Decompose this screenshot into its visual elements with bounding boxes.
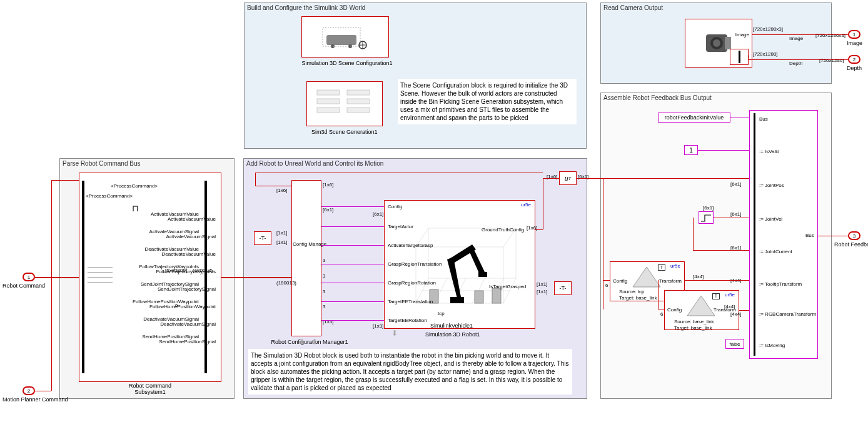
sim3d-scene-gen-block[interactable]	[306, 81, 383, 126]
subsystem-label: Robot Command Subsystem1	[106, 383, 194, 395]
panel-add-robot-title: Add Robot to Unreal World and Control it…	[246, 160, 383, 167]
tr1-transform: Transform	[659, 278, 682, 284]
cam-dim2-a: [720x1280]	[753, 51, 778, 57]
sim3d-robot-label: Simulation 3D Robot1	[425, 331, 480, 338]
inport-2-label: Motion Planner Command	[3, 396, 68, 403]
dim-6x1-zoh2: [6x1]	[730, 211, 741, 217]
tcp-label: tcp	[438, 311, 445, 316]
outport-3[interactable]: 3	[848, 231, 860, 240]
dim-1x6-b: [1x6]	[276, 188, 287, 193]
bus-out-label: Bus	[805, 233, 814, 238]
three-3: 3	[323, 289, 325, 294]
parse-dim2: (180013)	[193, 268, 213, 273]
svg-rect-11	[317, 99, 340, 104]
tr2-T: T	[712, 293, 720, 299]
busp-2: := JointPos	[759, 183, 784, 188]
port-istargetgrasped: IsTargetGrasped	[489, 284, 526, 289]
busp-1: := IsValid	[759, 149, 780, 154]
port-targeteetrans: TargetEETranslation	[388, 299, 433, 304]
port-targeteerot: TargetEERotation	[388, 318, 427, 323]
scene-config-label: Simulation 3D Scene Configuration1	[285, 60, 410, 66]
const-one[interactable]: 1	[684, 145, 698, 155]
cam-dim2-b: [720x1280]	[819, 58, 844, 63]
port-activategrasp: ActivateTargetGrasp	[388, 243, 433, 248]
svg-marker-29	[633, 267, 660, 287]
const-false[interactable]: false	[725, 339, 744, 349]
busp-5: := TooltipTransform	[759, 281, 802, 287]
goto-tag-T[interactable]: -T-	[254, 231, 271, 245]
cam-dim1-b: [720x1280x3]	[815, 33, 845, 38]
tr2-six: 6	[660, 311, 663, 317]
tr2-ur5e: ur5e	[725, 292, 735, 298]
tr1-six: 6	[605, 283, 608, 288]
busp-7: := IsMoving	[759, 343, 785, 348]
inport-1[interactable]: 1	[23, 273, 35, 281]
svg-rect-21	[478, 272, 487, 277]
svg-rect-28	[725, 37, 731, 49]
svg-point-27	[713, 39, 720, 47]
scene-config-block[interactable]	[301, 16, 389, 58]
tr2-config: Config	[667, 307, 682, 313]
svg-rect-13	[317, 108, 340, 113]
tr1-tgt: Target: base_link	[619, 295, 657, 301]
cam-depth-label: Depth	[789, 61, 802, 66]
diagram-icon	[88, 263, 113, 288]
tr1-src: Source: tcp	[619, 289, 644, 294]
tr1-config: Config	[613, 278, 627, 284]
vehicle-label: SimulinkVehicle1	[430, 323, 473, 329]
port-config: Config	[388, 204, 402, 209]
panel-build: Build and Configure the Simulink 3D Worl…	[244, 3, 587, 149]
dim-1x6-a: [1x6]	[323, 182, 333, 188]
bus-bar-internal	[754, 113, 755, 356]
bus-selector-cam[interactable]	[730, 49, 749, 65]
cam-img-label: Image	[789, 36, 803, 41]
init-value-const[interactable]: robotFeedbackInitValue	[658, 113, 730, 123]
dim-6x1-jp: [6x1]	[730, 181, 741, 187]
transpose-block[interactable]: uT	[559, 171, 577, 185]
inport-2[interactable]: 2	[23, 386, 35, 395]
panel-parse-title: Parse Robot Command Bus	[63, 160, 141, 167]
add-robot-desc: The Simulation 3D Robot block is used bo…	[248, 349, 572, 394]
dim-4x4-a: [4x4]	[693, 274, 704, 279]
three-2: 3	[323, 273, 325, 279]
tr1-T: T	[658, 264, 665, 271]
outport-3-label: Robot Feedback	[834, 241, 868, 248]
parse-dim1: [6x30000]	[165, 268, 187, 273]
busp-4: := JointCurrent	[759, 249, 792, 254]
sig-7b: SendHomePositionSignal	[133, 339, 216, 344]
robot-config-manager[interactable]	[291, 180, 321, 336]
dim-1x1-a: [1x1]	[276, 230, 287, 236]
dim-out1x1a: [1x1]	[537, 281, 547, 287]
svg-rect-9	[317, 90, 340, 95]
busp-0: Bus	[759, 116, 768, 122]
panel-read-cam-title: Read Camera Output	[603, 4, 663, 11]
outport-1[interactable]: 1	[848, 30, 860, 39]
outport-1-label: Image	[847, 40, 862, 46]
down-arrow-icon: ⬇	[299, 338, 305, 346]
svg-marker-30	[687, 296, 715, 316]
svg-rect-23	[475, 291, 483, 303]
panel-build-title: Build and Configure the Simulink 3D Worl…	[247, 4, 365, 11]
svg-rect-24	[492, 288, 501, 303]
down-arrow-icon-2: ⬇	[311, 338, 318, 346]
sig-5b: FollowHomePositionWaypoint	[127, 304, 216, 309]
three-4: 3	[323, 304, 325, 309]
zoh-block[interactable]	[699, 211, 714, 224]
process-command-tag2: <ProcessCommand>	[86, 193, 133, 199]
sig-2b: DeactivateVacuumValue	[136, 251, 216, 257]
outport-2[interactable]: 2	[848, 55, 860, 64]
dim-6x1-b: [6x1]	[373, 211, 383, 217]
build-desc: The Scene Configuration block is require…	[398, 79, 577, 124]
sim3d-scene-gen-label: Sim3d Scene Generation1	[311, 129, 378, 135]
busp-6: := RGBCameraTransform	[759, 311, 816, 317]
parse-dim3: 6	[175, 303, 178, 308]
dim-4x4-c: [4x4]	[724, 304, 735, 309]
three-1: 3	[323, 258, 325, 263]
busp-3: := JointVel	[759, 216, 782, 222]
sig-6b: DeactivateVacuumSignal	[136, 321, 216, 327]
port-gtconfig: GroundTruthConfig	[482, 227, 524, 233]
port-targetactor: TargetActor	[388, 224, 413, 229]
goto-tag-T-out[interactable]: -T-	[554, 281, 572, 295]
port-graspregrot: GraspRegionRotation	[388, 280, 436, 286]
cam-img-port: Image	[735, 32, 749, 38]
